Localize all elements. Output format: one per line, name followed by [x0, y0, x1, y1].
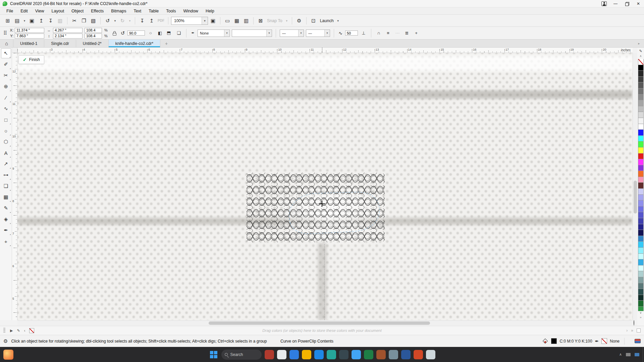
mirror-horizontal-button[interactable]: ◧ — [156, 29, 164, 37]
dropdown-arrow-icon[interactable]: ▾ — [324, 30, 330, 37]
palette-eyedropper-icon[interactable]: ✎ — [639, 48, 642, 54]
color-swatch[interactable] — [638, 295, 644, 301]
copy-button[interactable]: ❐ — [79, 16, 88, 25]
taskbar-app-14[interactable] — [426, 350, 435, 359]
tray-chevron-up[interactable]: ∧ — [619, 352, 622, 357]
object-y-input[interactable] — [15, 34, 44, 39]
color-swatch[interactable] — [638, 188, 644, 195]
print-button[interactable]: ▥ — [56, 16, 64, 25]
palette-scroll-right[interactable]: › — [626, 328, 628, 333]
color-swatch[interactable] — [638, 259, 644, 265]
zoom-level-combo[interactable]: 100% ▾ — [171, 17, 208, 25]
taskbar-app-8[interactable] — [352, 350, 361, 359]
color-swatch[interactable] — [638, 218, 644, 224]
taskbar-app-11[interactable] — [389, 350, 398, 359]
start-button[interactable] — [209, 350, 218, 359]
zoom-dropdown-arrow[interactable]: ▾ — [202, 17, 208, 24]
redo-dropdown[interactable]: ▾ — [127, 16, 132, 25]
connector-tool[interactable]: ⊶ — [1, 170, 11, 180]
powerclip-finish-button[interactable]: ✓ Finish — [18, 55, 44, 64]
full-screen-preview-button[interactable]: ▣ — [209, 16, 217, 25]
color-swatch[interactable] — [638, 265, 644, 272]
color-swatch[interactable] — [638, 100, 644, 106]
account-button[interactable] — [598, 0, 610, 7]
launch-label[interactable]: Launch — [319, 18, 335, 23]
text-tool[interactable]: A — [1, 148, 11, 158]
outline-pen-tool[interactable]: ✒ — [1, 225, 11, 235]
menu-item-layout[interactable]: Layout — [48, 8, 68, 14]
palette-options-button[interactable] — [637, 328, 641, 333]
document-tab-knife-handle-co2-cdr-[interactable]: knife-handle-co2.cdr* — [109, 40, 160, 47]
horizontal-scrollbar[interactable] — [17, 320, 633, 325]
object-properties-button[interactable]: ≣ — [403, 29, 411, 37]
color-swatch[interactable] — [638, 224, 644, 230]
color-proof-icon[interactable] — [635, 339, 641, 343]
start-arrowhead-combo[interactable]: — ▾ — [280, 29, 304, 37]
snap-to-dropdown[interactable]: ▾ — [284, 16, 289, 25]
cloud-download-button[interactable]: ↧ — [46, 16, 55, 25]
cut-button[interactable]: ✂ — [70, 16, 79, 25]
color-swatch[interactable] — [638, 159, 644, 165]
color-swatch[interactable] — [638, 124, 644, 130]
interactive-fill-tool[interactable]: ◈ — [1, 214, 11, 224]
color-swatch[interactable] — [638, 271, 644, 277]
document-tab-single-cdr[interactable]: Single.cdr — [44, 40, 76, 47]
color-swatch[interactable] — [638, 76, 644, 83]
dropdown-arrow-icon[interactable]: ▾ — [224, 30, 229, 37]
color-swatch[interactable] — [638, 212, 644, 218]
fill-color-swatch[interactable] — [551, 338, 557, 344]
undo-dropdown[interactable]: ▾ — [113, 16, 117, 25]
text-wrap-button[interactable]: ≡ — [384, 29, 392, 37]
dimension-tool[interactable]: ↗ — [1, 159, 11, 169]
new-document-button[interactable]: ⊞ — [3, 16, 12, 25]
cloud-upload-button[interactable]: ↥ — [37, 16, 46, 25]
menu-item-bitmaps[interactable]: Bitmaps — [107, 8, 130, 14]
status-settings-icon[interactable]: ⚙ — [3, 338, 8, 344]
color-swatch[interactable] — [638, 135, 644, 142]
color-swatch[interactable] — [638, 241, 644, 248]
object-width-input[interactable] — [53, 28, 83, 33]
taskbar-app-9[interactable] — [364, 350, 373, 359]
snap-disable-button[interactable]: ⊠ — [256, 16, 265, 25]
color-swatch[interactable] — [638, 230, 644, 236]
export-button[interactable]: ↥ — [147, 16, 156, 25]
free-rotation-button[interactable]: ○ — [147, 29, 154, 37]
line-style-combo[interactable]: ▾ — [232, 29, 272, 37]
palette-drag-handle[interactable] — [3, 328, 5, 333]
palette-scroll-down[interactable]: ∨ — [640, 311, 642, 316]
menu-item-file[interactable]: File — [3, 8, 17, 14]
corner-smoothness-input[interactable] — [345, 31, 358, 36]
add-property-button[interactable]: + — [413, 29, 420, 37]
color-swatch[interactable] — [638, 247, 644, 254]
palette-scroll-left[interactable]: ‹ — [22, 328, 28, 333]
taskbar-app-10[interactable] — [376, 350, 386, 359]
color-swatch[interactable] — [638, 289, 644, 295]
dropdown-arrow-icon[interactable]: ▾ — [266, 30, 272, 37]
color-swatch[interactable] — [638, 106, 644, 112]
zoom-tool[interactable]: ⊕ — [1, 81, 11, 92]
color-swatch[interactable] — [638, 177, 644, 183]
color-swatch[interactable] — [638, 147, 644, 154]
document-tab-untitled-1[interactable]: Untitled-1 — [13, 40, 44, 47]
taskbar-app-4[interactable] — [302, 350, 311, 359]
menu-item-text[interactable]: Text — [130, 8, 145, 14]
ruler-origin-corner[interactable] — [12, 48, 17, 53]
tab-scroll-button[interactable]: ▸ — [634, 40, 644, 47]
rotation-angle-input[interactable] — [127, 31, 145, 36]
new-document-tab-button[interactable]: + — [160, 40, 172, 47]
palette-expand-right[interactable]: » — [631, 328, 633, 333]
palette-expand[interactable]: » — [640, 316, 641, 320]
open-dropdown[interactable]: ▾ — [22, 16, 27, 25]
taskbar-app-7[interactable] — [339, 350, 348, 359]
object-order-button[interactable]: ❏ — [175, 29, 182, 37]
selected-braid-curve-object[interactable] — [247, 173, 385, 242]
taskbar-app-3[interactable] — [289, 350, 299, 359]
color-swatch[interactable] — [638, 88, 644, 95]
ellipse-tool[interactable]: ○ — [1, 126, 11, 136]
menu-item-edit[interactable]: Edit — [17, 8, 32, 14]
color-swatch[interactable] — [638, 129, 644, 136]
taskbar-app-1[interactable] — [265, 350, 274, 359]
more-options-button[interactable]: ⋯ — [394, 29, 401, 37]
shape-tool[interactable]: ✐ — [1, 59, 11, 69]
show-guidelines-button[interactable]: ▥ — [242, 16, 251, 25]
